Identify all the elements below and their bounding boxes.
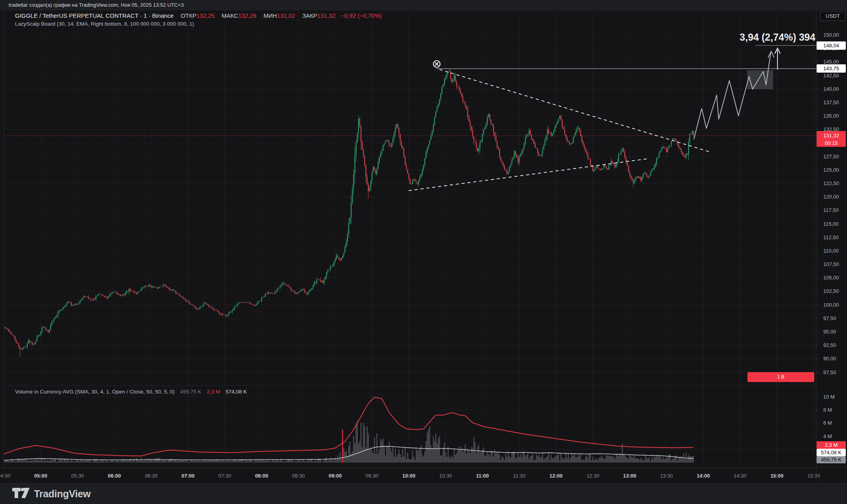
svg-text:12:00: 12:00 (550, 473, 563, 479)
svg-text:05:30: 05:30 (71, 473, 84, 479)
svg-text:120,00: 120,00 (823, 194, 839, 200)
svg-text:112,50: 112,50 (823, 234, 839, 240)
svg-text:150,00: 150,00 (823, 32, 839, 38)
svg-text:145,00: 145,00 (823, 59, 839, 65)
candlestick-series (5, 68, 694, 357)
svg-text:127,50: 127,50 (823, 154, 839, 159)
svg-text:08:30: 08:30 (292, 473, 305, 479)
svg-text:11:00: 11:00 (476, 473, 489, 479)
tradingview-logo-text[interactable]: TradingView (34, 488, 91, 500)
svg-text:117,50: 117,50 (823, 207, 839, 213)
svg-text:122,50: 122,50 (823, 180, 839, 186)
svg-text:10:30: 10:30 (439, 473, 452, 479)
svg-text:135,00: 135,00 (823, 113, 839, 119)
svg-text:09:30: 09:30 (366, 473, 379, 479)
svg-text:90,00: 90,00 (823, 356, 836, 362)
svg-text:08:00: 08:00 (255, 473, 268, 479)
svg-text:147,50: 147,50 (823, 45, 839, 51)
chart-drawings[interactable] (409, 45, 816, 191)
svg-text:10 M: 10 M (823, 394, 835, 400)
svg-text:92,50: 92,50 (823, 342, 836, 348)
svg-text:11:30: 11:30 (513, 473, 526, 479)
svg-text:105,00: 105,00 (823, 275, 839, 281)
price-scale[interactable]: 150,00147,50145,00142,50140,00137,50135,… (816, 32, 839, 439)
pane-borders (0, 10, 847, 483)
svg-text:10:00: 10:00 (402, 473, 415, 479)
svg-text:15:30: 15:30 (807, 473, 820, 479)
svg-text:05:00: 05:00 (34, 473, 47, 479)
svg-text:8 M: 8 M (823, 407, 832, 413)
svg-text:6 M: 6 M (823, 420, 832, 426)
svg-text:13:30: 13:30 (660, 473, 673, 479)
svg-text:115,00: 115,00 (823, 221, 839, 227)
svg-text:142,50: 142,50 (823, 73, 839, 79)
svg-text:14:00: 14:00 (697, 473, 710, 479)
currency-toggle-button[interactable]: USDT (820, 11, 845, 21)
svg-text:87,50: 87,50 (823, 369, 836, 375)
svg-text:04:30: 04:30 (0, 473, 10, 479)
svg-text:06:30: 06:30 (145, 473, 158, 479)
title-bar: tradettar создал(а) график на TradingVie… (0, 0, 847, 10)
footer-bar: TradingView (0, 483, 847, 504)
svg-text:14:30: 14:30 (734, 473, 747, 479)
tradingview-snapshot: 150,00147,50145,00142,50140,00137,50135,… (0, 0, 847, 504)
svg-text:95,00: 95,00 (823, 329, 836, 335)
chart-canvas[interactable]: 150,00147,50145,00142,50140,00137,50135,… (0, 0, 847, 504)
lazyscalp-board-volume-badge: 1 B (747, 372, 814, 382)
svg-text:13:00: 13:00 (623, 473, 636, 479)
svg-text:140,00: 140,00 (823, 86, 839, 92)
svg-text:107,50: 107,50 (823, 261, 839, 267)
svg-text:102,50: 102,50 (823, 288, 839, 294)
svg-text:4 M: 4 M (823, 433, 832, 439)
svg-text:09:00: 09:00 (329, 473, 342, 479)
svg-text:97,50: 97,50 (823, 315, 836, 321)
svg-text:100,00: 100,00 (823, 302, 839, 308)
svg-text:07:30: 07:30 (218, 473, 231, 479)
svg-text:07:00: 07:00 (181, 473, 194, 479)
tradingview-logo-icon[interactable] (12, 487, 30, 500)
svg-text:130,00: 130,00 (823, 140, 839, 146)
svg-text:110,00: 110,00 (823, 248, 839, 254)
svg-text:12:30: 12:30 (586, 473, 599, 479)
time-scale[interactable]: 04:3005:0005:3006:0006:3007:0007:3008:00… (0, 473, 820, 479)
svg-text:137,50: 137,50 (823, 99, 839, 105)
snapshot-title: tradettar создал(а) график на TradingVie… (9, 2, 184, 8)
svg-text:15:00: 15:00 (770, 473, 783, 479)
svg-text:125,00: 125,00 (823, 167, 839, 173)
svg-text:132,50: 132,50 (823, 126, 839, 132)
grid (4, 10, 816, 468)
svg-text:06:00: 06:00 (108, 473, 121, 479)
